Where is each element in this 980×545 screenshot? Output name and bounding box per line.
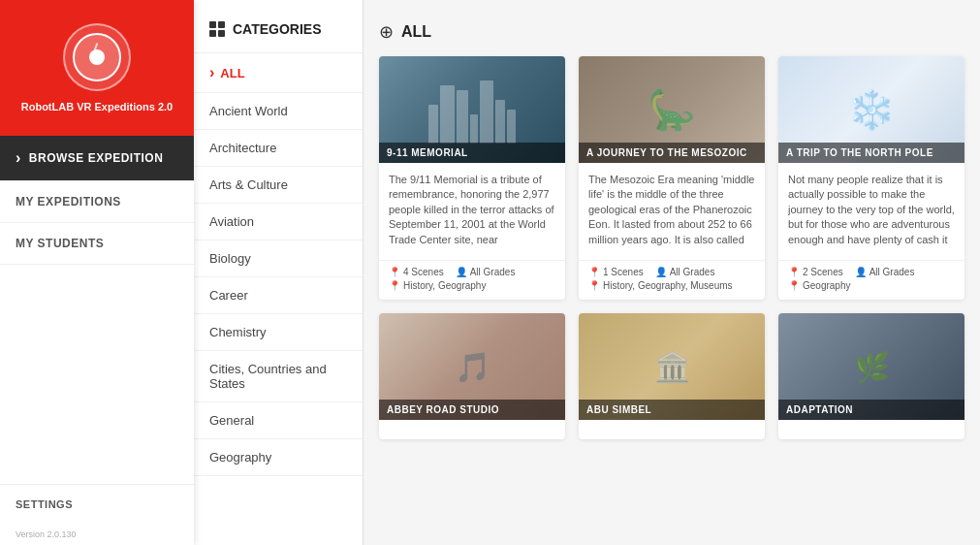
card-meta-mesozoic: 📍 1 Scenes 👤 All Grades 📍 Histo bbox=[579, 260, 765, 300]
card-abu-simbel[interactable]: 🏛️ ABU SIMBEL bbox=[579, 313, 765, 439]
grid-cell-3 bbox=[209, 30, 216, 37]
card-body-pole: Not many people realize that it is actua… bbox=[778, 163, 964, 260]
tags-item-mesozoic: 📍 History, Geography, Museums bbox=[588, 280, 733, 291]
building-3 bbox=[457, 90, 468, 144]
tags-item-pole: 📍 Geography bbox=[788, 280, 850, 291]
card-meta-9-11: 📍 4 Scenes 👤 All Grades 📍 Histo bbox=[379, 260, 565, 300]
abu-icon: 🏛️ bbox=[654, 350, 690, 384]
category-chemistry[interactable]: Chemistry bbox=[194, 314, 363, 351]
card-image-adapt: 🌿 ADAPTATION bbox=[778, 313, 964, 420]
category-biology[interactable]: Biology bbox=[194, 240, 363, 277]
globe-icon: ⊕ bbox=[379, 21, 394, 43]
grades-9-11: All Grades bbox=[470, 267, 516, 277]
location-icon-mesozoic: 📍 bbox=[588, 267, 600, 277]
card-meta-row-1-pole: 📍 2 Scenes 👤 All Grades bbox=[788, 267, 955, 277]
building-7 bbox=[507, 110, 516, 144]
scenes-item-pole: 📍 2 Scenes bbox=[788, 267, 843, 277]
card-title-adapt: ADAPTATION bbox=[786, 404, 957, 415]
grid-cell-2 bbox=[218, 21, 225, 28]
category-list: ALL Ancient World Architecture Arts & Cu… bbox=[194, 53, 363, 545]
category-career[interactable]: Career bbox=[194, 277, 363, 314]
category-aviation[interactable]: Aviation bbox=[194, 204, 363, 240]
card-desc-9-11: The 9/11 Memorial is a tribute of rememb… bbox=[389, 173, 555, 250]
building-4 bbox=[470, 114, 478, 144]
category-general[interactable]: General bbox=[194, 402, 363, 439]
pole-icon: ❄️ bbox=[847, 87, 896, 133]
card-image-abbey: 🎵 ABBEY ROAD STUDIO bbox=[379, 313, 565, 420]
logo-circle bbox=[63, 23, 131, 91]
location-icon-9-11: 📍 bbox=[389, 267, 400, 277]
grades-item-mesozoic: 👤 All Grades bbox=[655, 267, 715, 277]
card-north-pole[interactable]: ❄️ A TRIP TO THE NORTH POLE Not many peo… bbox=[778, 56, 964, 300]
card-title-bar-9-11: 9-11 MEMORIAL bbox=[379, 143, 565, 163]
section-title: ALL bbox=[401, 23, 431, 41]
card-mesozoic[interactable]: 🦕 A JOURNEY TO THE MESOZOIC The Mesozoic… bbox=[579, 56, 765, 300]
scenes-item-9-11: 📍 4 Scenes bbox=[389, 267, 444, 277]
category-cities[interactable]: Cities, Countries and States bbox=[194, 351, 363, 402]
tags-9-11: History, Geography bbox=[403, 280, 486, 291]
person-icon-mesozoic: 👤 bbox=[655, 267, 667, 277]
tag-icon-9-11: 📍 bbox=[389, 280, 400, 291]
category-geography[interactable]: Geography bbox=[194, 439, 363, 476]
card-adaptation[interactable]: 🌿 ADAPTATION bbox=[778, 313, 964, 439]
sidebar-settings[interactable]: SETTINGS bbox=[0, 484, 194, 524]
card-meta-row-1-9-11: 📍 4 Scenes 👤 All Grades bbox=[389, 267, 555, 277]
building-5 bbox=[480, 80, 493, 144]
card-title-abbey: ABBEY ROAD STUDIO bbox=[387, 404, 557, 415]
categories-title: CATEGORIES bbox=[233, 21, 322, 37]
scenes-count-mesozoic: 1 Scenes bbox=[603, 267, 644, 277]
cards-grid: 9-11 MEMORIAL The 9/11 Memorial is a tri… bbox=[379, 56, 964, 439]
tags-item-9-11: 📍 History, Geography bbox=[389, 280, 486, 291]
sidebar-item-browse[interactable]: BROWSE EXPEDITION bbox=[0, 136, 194, 181]
person-icon-9-11: 👤 bbox=[456, 267, 467, 277]
card-title-bar-pole: A TRIP TO THE NORTH POLE bbox=[778, 143, 964, 163]
card-body-9-11: The 9/11 Memorial is a tribute of rememb… bbox=[379, 163, 565, 260]
building-1 bbox=[428, 105, 438, 144]
building-6 bbox=[495, 100, 505, 144]
card-meta-row-2-mesozoic: 📍 History, Geography, Museums bbox=[588, 280, 755, 291]
grades-pole: All Grades bbox=[869, 267, 915, 277]
card-image-mesozoic: 🦕 A JOURNEY TO THE MESOZOIC bbox=[579, 56, 765, 163]
category-all[interactable]: ALL bbox=[194, 53, 363, 93]
card-title-abu: ABU SIMBEL bbox=[586, 404, 757, 415]
card-meta-row-2-pole: 📍 Geography bbox=[788, 280, 955, 291]
card-9-11-memorial[interactable]: 9-11 MEMORIAL The 9/11 Memorial is a tri… bbox=[379, 56, 565, 300]
category-architecture[interactable]: Architecture bbox=[194, 130, 363, 167]
card-meta-row-2-9-11: 📍 History, Geography bbox=[389, 280, 555, 291]
card-image-north-pole: ❄️ A TRIP TO THE NORTH POLE bbox=[778, 56, 964, 163]
categories-header: CATEGORIES bbox=[194, 0, 363, 53]
version-label: Version 2.0.130 bbox=[0, 524, 194, 545]
tags-mesozoic: History, Geography, Museums bbox=[603, 280, 733, 291]
grades-item-pole: 👤 All Grades bbox=[855, 267, 915, 277]
card-body-mesozoic: The Mesozoic Era meaning 'middle life' i… bbox=[579, 163, 765, 260]
main-area: CATEGORIES ALL Ancient World Architectur… bbox=[194, 0, 980, 545]
sidebar-nav: BROWSE EXPEDITION MY EXPEDITIONS MY STUD… bbox=[0, 136, 194, 484]
card-title-bar-abbey: ABBEY ROAD STUDIO bbox=[379, 400, 565, 420]
category-arts-culture[interactable]: Arts & Culture bbox=[194, 167, 363, 204]
logo-area: RobotLAB VR Expeditions 2.0 bbox=[0, 0, 194, 136]
sidebar-item-my-students[interactable]: MY STUDENTS bbox=[0, 223, 194, 265]
tag-icon-pole: 📍 bbox=[788, 280, 800, 291]
tags-pole: Geography bbox=[803, 280, 850, 291]
card-image-abu: 🏛️ ABU SIMBEL bbox=[579, 313, 765, 420]
card-title-bar-adapt: ADAPTATION bbox=[778, 400, 964, 420]
card-body-adapt bbox=[778, 420, 964, 439]
card-abbey-road[interactable]: 🎵 ABBEY ROAD STUDIO bbox=[379, 313, 565, 439]
card-body-abu bbox=[579, 420, 765, 439]
card-desc-mesozoic: The Mesozoic Era meaning 'middle life' i… bbox=[588, 173, 755, 250]
scenes-item-mesozoic: 📍 1 Scenes bbox=[588, 267, 644, 277]
content-area: CATEGORIES ALL Ancient World Architectur… bbox=[194, 0, 980, 545]
categories-panel: CATEGORIES ALL Ancient World Architectur… bbox=[194, 0, 364, 545]
grid-cell-4 bbox=[218, 30, 225, 37]
card-title-9-11: 9-11 MEMORIAL bbox=[387, 147, 557, 158]
grid-cell-1 bbox=[209, 21, 216, 28]
sidebar-item-my-expeditions[interactable]: MY EXPEDITIONS bbox=[0, 181, 194, 223]
card-meta-row-1-mesozoic: 📍 1 Scenes 👤 All Grades bbox=[588, 267, 755, 277]
category-ancient-world[interactable]: Ancient World bbox=[194, 93, 363, 130]
building-2 bbox=[440, 85, 455, 144]
adapt-icon: 🌿 bbox=[854, 350, 890, 384]
card-meta-pole: 📍 2 Scenes 👤 All Grades 📍 Geogr bbox=[778, 260, 964, 300]
person-icon-pole: 👤 bbox=[855, 267, 867, 277]
grid-icon bbox=[209, 21, 225, 37]
card-title-bar-mesozoic: A JOURNEY TO THE MESOZOIC bbox=[579, 143, 765, 163]
